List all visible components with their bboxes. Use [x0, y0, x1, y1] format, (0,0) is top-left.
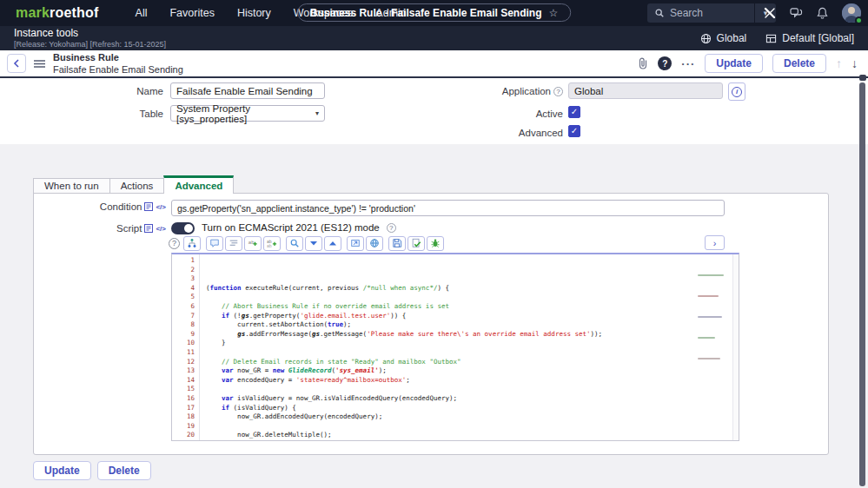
record-header: Business Rule Failsafe Enable Email Send…	[0, 50, 868, 78]
code-line-6: gs.addErrorMessage(gs.getMessage('Please…	[206, 330, 732, 340]
update-button-header[interactable]: Update	[705, 54, 763, 73]
find-next-button[interactable]	[305, 236, 322, 251]
save-button[interactable]	[388, 236, 406, 251]
instance-subheader: Instance tools [Release: Yokohama] [Refr…	[0, 26, 868, 50]
name-input[interactable]	[170, 82, 325, 99]
advanced-checkbox[interactable]: ✓	[568, 125, 580, 137]
page-scrollbar[interactable]	[859, 75, 866, 488]
script-template-icon[interactable]	[144, 224, 153, 233]
pop-out-button[interactable]	[347, 236, 364, 251]
code-line-11: var encodedQuery = 'state=ready^mailbox=…	[206, 376, 732, 386]
format-button[interactable]	[225, 236, 242, 251]
nav-item-all[interactable]: All	[136, 7, 148, 19]
tab-actions[interactable]: Actions	[109, 178, 164, 194]
code-line-3: // Abort Business Rule if no override em…	[206, 302, 732, 312]
replace-button[interactable]: ab	[244, 236, 262, 251]
code-minimap	[698, 256, 727, 379]
comment-button[interactable]	[206, 236, 223, 251]
es-mode-toggle[interactable]	[171, 222, 195, 234]
application-value: Global	[574, 86, 603, 96]
back-button[interactable]	[7, 54, 26, 73]
line-number: 12	[172, 358, 195, 367]
find-prev-button[interactable]	[324, 236, 341, 251]
debug-button[interactable]	[427, 236, 444, 251]
search-button[interactable]	[286, 236, 303, 251]
chat-icon[interactable]	[790, 8, 803, 19]
brand-logo[interactable]: markroethof	[16, 5, 99, 21]
advanced-tab-panel: Condition </> Script </> Turn on ECMAScr…	[33, 193, 829, 455]
search-icon	[654, 8, 665, 18]
syntax-check-button[interactable]	[407, 236, 425, 251]
line-number: 19	[172, 422, 195, 432]
line-number: 18	[172, 412, 195, 422]
attachment-paperclip-icon[interactable]	[638, 57, 648, 69]
editor-scrollbar[interactable]	[732, 254, 739, 440]
user-avatar[interactable]	[842, 3, 861, 23]
active-checkbox[interactable]: ✓	[568, 106, 580, 118]
tree-button[interactable]	[183, 236, 201, 251]
application-info-button[interactable]: i	[728, 82, 745, 101]
script-label-text: Script	[116, 223, 142, 234]
favorite-star-icon[interactable]: ☆	[548, 7, 558, 19]
context-pill[interactable]: Business Rule - Failsafe Enable Email Se…	[297, 3, 572, 22]
nav-item-history[interactable]: History	[237, 7, 271, 19]
previous-record-icon[interactable]: ↑	[836, 56, 842, 70]
update-set-picker[interactable]: Default [Global]	[765, 32, 854, 44]
next-record-icon[interactable]: ↓	[851, 56, 858, 70]
help-button[interactable]: ?	[658, 56, 672, 70]
application-field-label: Application?	[434, 86, 563, 96]
editor-toolbar: ? ababab	[169, 235, 449, 251]
toolbar-expand-button[interactable]: ›	[705, 235, 725, 250]
application-readonly-field: Global	[568, 82, 723, 99]
instance-title: Instance tools	[14, 28, 166, 40]
code-area[interactable]: (function executeRule(current, previous …	[200, 254, 732, 440]
code-line-4: if (!gs.getProperty('glide.email.test.us…	[206, 312, 732, 321]
table-select-caret-icon: ▾	[315, 109, 319, 117]
condition-code-icon[interactable]: </>	[156, 203, 166, 211]
tab-when-to-run[interactable]: When to run	[33, 178, 109, 194]
header-icons	[764, 0, 861, 26]
form-context-menu-icon[interactable]	[34, 60, 45, 68]
condition-label-text: Condition	[100, 201, 142, 212]
scroll-top-button[interactable]	[859, 75, 866, 81]
condition-input[interactable]	[171, 200, 725, 216]
script-editor[interactable]: 1234567891011121314151617181920 (functio…	[171, 253, 739, 441]
line-number: 15	[172, 385, 195, 394]
code-line-12	[206, 385, 732, 394]
search-box[interactable]: Search ▾	[647, 3, 776, 23]
notifications-bell-icon[interactable]	[817, 7, 828, 19]
replace-all-button[interactable]: abab	[263, 236, 281, 251]
footer-buttons: Update Delete	[33, 461, 151, 480]
brand-logo-part1: mark	[16, 5, 50, 20]
tab-strip: When to runActionsAdvanced	[33, 176, 234, 194]
more-options-button[interactable]: ···	[681, 57, 695, 70]
nav-item-favorites[interactable]: Favorites	[169, 7, 214, 19]
line-number: 13	[172, 366, 195, 376]
line-number: 6	[172, 302, 195, 312]
delete-button-footer[interactable]: Delete	[97, 461, 151, 480]
line-number: 16	[172, 394, 195, 404]
update-set-label: Default [Global]	[782, 32, 854, 44]
delete-button-header[interactable]: Delete	[772, 54, 826, 73]
script-code-icon[interactable]: </>	[156, 225, 166, 233]
line-number: 9	[172, 330, 195, 340]
now-assist-icon[interactable]	[764, 7, 776, 19]
line-number: 11	[172, 348, 195, 358]
active-field-label: Active	[434, 109, 563, 119]
top-header: markroethof AllFavoritesHistoryWorkspace…	[0, 0, 868, 26]
application-help-icon[interactable]: ?	[553, 87, 563, 96]
condition-template-icon[interactable]	[144, 202, 153, 211]
es-mode-help-icon[interactable]: ?	[387, 223, 396, 233]
table-select[interactable]: System Property [sys_properties] ▾	[170, 105, 325, 122]
application-label-text: Application	[502, 86, 551, 96]
code-line-7: }	[206, 339, 732, 348]
editor-help-icon[interactable]: ?	[169, 238, 180, 249]
tab-advanced[interactable]: Advanced	[163, 175, 234, 194]
web-button[interactable]	[366, 236, 383, 251]
line-number: 20	[172, 431, 195, 440]
page-scrollbar-thumb[interactable]	[859, 82, 865, 486]
code-line-5: current.setAbortAction(true);	[206, 320, 732, 330]
update-button-footer[interactable]: Update	[33, 461, 91, 480]
search-input[interactable]: Search	[670, 7, 754, 19]
scope-picker[interactable]: Global	[700, 32, 747, 44]
